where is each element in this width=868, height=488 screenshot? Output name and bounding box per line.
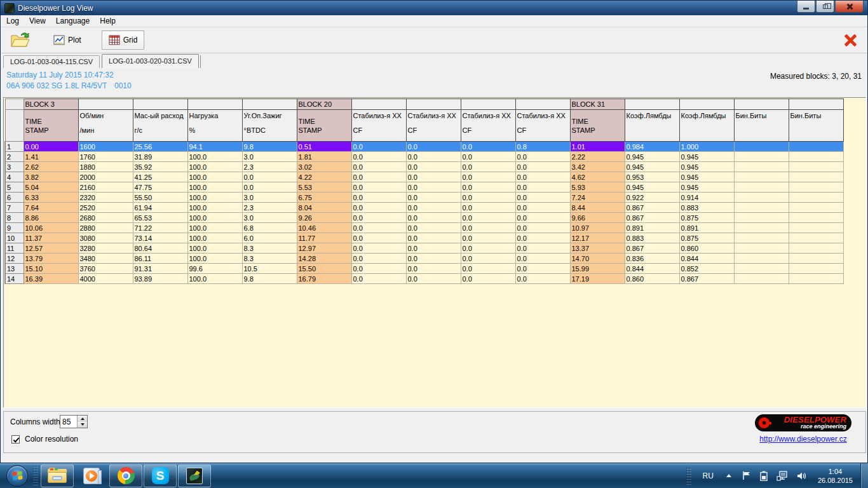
grid-cell[interactable]: 7.24 bbox=[570, 193, 625, 203]
grid-cell[interactable]: 12.57 bbox=[24, 243, 78, 254]
grid-cell[interactable]: 0.0 bbox=[461, 264, 515, 274]
color-resolution-checkbox[interactable] bbox=[11, 435, 20, 444]
grid-cell[interactable]: 2000 bbox=[78, 172, 133, 182]
grid-cell[interactable] bbox=[734, 254, 789, 264]
grid-cell[interactable]: 5.93 bbox=[570, 182, 625, 193]
grid-cell[interactable]: 94.1 bbox=[187, 142, 242, 152]
grid-cell[interactable]: 3.0 bbox=[242, 193, 297, 203]
language-indicator[interactable]: RU bbox=[703, 471, 714, 480]
grid-cell[interactable] bbox=[789, 264, 843, 274]
grid-cell[interactable]: 0.984 bbox=[625, 142, 679, 152]
row-number[interactable]: 4 bbox=[5, 172, 24, 182]
grid-cell[interactable]: 0.945 bbox=[625, 182, 679, 193]
grid-cell[interactable]: 0.0 bbox=[515, 172, 570, 182]
grid-cell[interactable]: 35.92 bbox=[133, 162, 187, 172]
column-header-14[interactable]: Бин.Биты bbox=[789, 110, 843, 142]
grid-cell[interactable]: 0.0 bbox=[461, 162, 515, 172]
grid-cell[interactable]: 0.0 bbox=[351, 142, 406, 152]
taskbar-logview-button[interactable] bbox=[178, 464, 211, 487]
grid-cell[interactable] bbox=[734, 264, 789, 274]
grid-cell[interactable]: 0.0 bbox=[515, 254, 570, 264]
grid-cell[interactable]: 0.0 bbox=[351, 162, 406, 172]
column-header-2[interactable]: Мас-ый расходг/с bbox=[133, 110, 187, 142]
grid-cell[interactable]: 0.0 bbox=[461, 193, 515, 203]
grid-cell[interactable]: 3.82 bbox=[24, 172, 78, 182]
row-number[interactable]: 1 bbox=[5, 142, 24, 152]
grid-cell[interactable]: 13.79 bbox=[24, 254, 78, 264]
column-header-6[interactable]: Стабилиз-я ХХCF bbox=[351, 110, 406, 142]
grid-cell[interactable]: 0.945 bbox=[679, 162, 734, 172]
grid-cell[interactable] bbox=[734, 182, 789, 193]
row-number[interactable]: 13 bbox=[5, 264, 24, 274]
grid-cell[interactable]: 17.19 bbox=[570, 274, 625, 284]
block-header-12[interactable] bbox=[679, 99, 734, 110]
grid-cell[interactable]: 0.0 bbox=[515, 264, 570, 274]
grid-cell[interactable]: 0.0 bbox=[242, 172, 297, 182]
grid-cell[interactable]: 0.844 bbox=[679, 254, 734, 264]
grid-cell[interactable]: 91.31 bbox=[133, 264, 187, 274]
grid-cell[interactable]: 10.5 bbox=[242, 264, 297, 274]
grid-cell[interactable]: 0.0 bbox=[351, 203, 406, 213]
grid-cell[interactable] bbox=[789, 152, 843, 162]
grid-cell[interactable]: 3480 bbox=[78, 254, 133, 264]
grid-cell[interactable] bbox=[734, 172, 789, 182]
tab-log-004-115[interactable]: LOG-01-003-004-115.CSV bbox=[3, 55, 100, 68]
grid-cell[interactable] bbox=[789, 193, 843, 203]
grid-cell[interactable]: 0.0 bbox=[406, 243, 461, 254]
grid-cell[interactable]: 2880 bbox=[78, 223, 133, 233]
tray-expand-icon[interactable] bbox=[726, 474, 731, 477]
row-number[interactable]: 6 bbox=[5, 193, 24, 203]
grid-cell[interactable]: 1.41 bbox=[24, 152, 78, 162]
grid-cell[interactable] bbox=[789, 254, 843, 264]
column-header-12[interactable]: Коэф.Лямбды bbox=[679, 110, 734, 142]
open-file-button[interactable] bbox=[10, 32, 29, 48]
grid-cell[interactable]: 0.0 bbox=[515, 152, 570, 162]
grid-cell[interactable]: 10.46 bbox=[297, 223, 351, 233]
grid-cell[interactable]: 80.64 bbox=[133, 243, 187, 254]
grid-cell[interactable]: 0.0 bbox=[461, 213, 515, 223]
grid-cell[interactable]: 0.0 bbox=[351, 264, 406, 274]
volume-icon[interactable] bbox=[797, 471, 807, 481]
grid-cell[interactable]: 3080 bbox=[78, 233, 133, 243]
grid-cell[interactable]: 100.0 bbox=[187, 233, 242, 243]
grid-cell[interactable]: 93.89 bbox=[133, 274, 187, 284]
grid-cell[interactable]: 0.0 bbox=[351, 172, 406, 182]
grid-cell[interactable]: 1600 bbox=[78, 142, 133, 152]
grid-cell[interactable]: 4.22 bbox=[297, 172, 351, 182]
grid-cell[interactable]: 0.00 bbox=[24, 142, 78, 152]
grid-cell[interactable]: 0.875 bbox=[679, 213, 734, 223]
grid-cell[interactable]: 0.0 bbox=[406, 203, 461, 213]
grid-cell[interactable]: 0.0 bbox=[351, 254, 406, 264]
grid-cell[interactable]: 2.22 bbox=[570, 152, 625, 162]
grid-cell[interactable] bbox=[734, 142, 789, 152]
grid-cell[interactable]: 55.50 bbox=[133, 193, 187, 203]
grid-cell[interactable]: 0.945 bbox=[625, 152, 679, 162]
grid-cell[interactable]: 2520 bbox=[78, 203, 133, 213]
block-header-9[interactable] bbox=[515, 99, 570, 110]
grid-cell[interactable]: 0.0 bbox=[351, 243, 406, 254]
grid-cell[interactable]: 8.3 bbox=[242, 243, 297, 254]
minimize-button[interactable] bbox=[797, 1, 815, 13]
grid-cell[interactable]: 100.0 bbox=[187, 182, 242, 193]
grid-cell[interactable]: 1760 bbox=[78, 152, 133, 162]
column-header-0[interactable]: TIMESTAMP bbox=[24, 110, 78, 142]
grid-cell[interactable]: 3.0 bbox=[242, 213, 297, 223]
grid-cell[interactable]: 0.0 bbox=[406, 233, 461, 243]
grid-cell[interactable]: 10.06 bbox=[24, 223, 78, 233]
grid-cell[interactable]: 100.0 bbox=[187, 243, 242, 254]
grid-cell[interactable]: 100.0 bbox=[187, 254, 242, 264]
taskbar-chrome-button[interactable] bbox=[109, 464, 142, 487]
grid-cell[interactable]: 0.0 bbox=[461, 172, 515, 182]
grid-cell[interactable]: 41.25 bbox=[133, 172, 187, 182]
grid-cell[interactable] bbox=[734, 203, 789, 213]
grid-cell[interactable]: 0.0 bbox=[461, 243, 515, 254]
grid-cell[interactable]: 61.94 bbox=[133, 203, 187, 213]
taskbar-clock[interactable]: 1:04 26.08.2015 bbox=[818, 467, 853, 485]
grid-cell[interactable]: 0.867 bbox=[679, 274, 734, 284]
grid-cell[interactable]: 0.0 bbox=[242, 182, 297, 193]
grid-cell[interactable]: 15.10 bbox=[24, 264, 78, 274]
grid-cell[interactable]: 3.0 bbox=[242, 152, 297, 162]
row-number[interactable]: 11 bbox=[5, 243, 24, 254]
grid-cell[interactable]: 14.70 bbox=[570, 254, 625, 264]
grid-cell[interactable]: 0.0 bbox=[351, 223, 406, 233]
